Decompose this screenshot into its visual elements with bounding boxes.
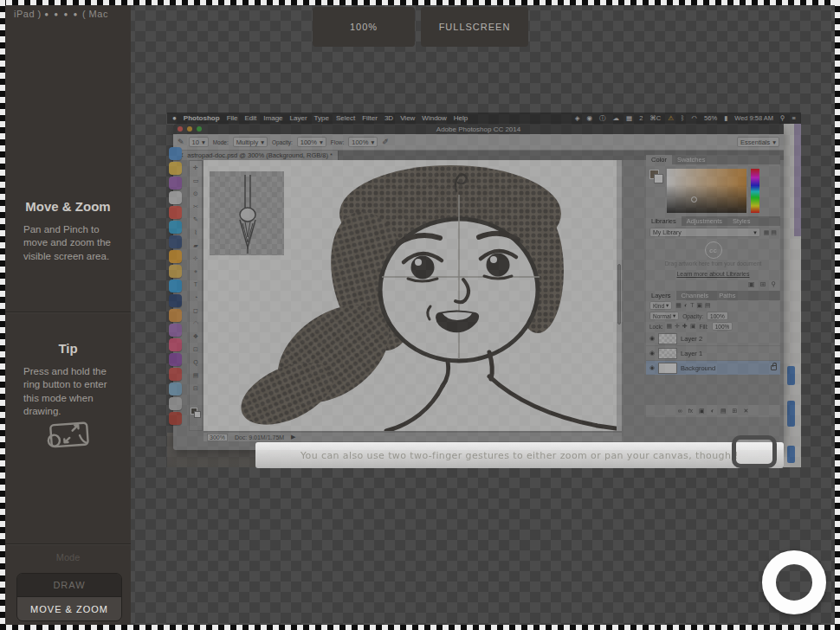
layer-filter-icon[interactable]: ◐ xyxy=(684,302,688,309)
dock-app-icon[interactable] xyxy=(169,191,182,204)
menu-status-icon[interactable]: ◠ xyxy=(692,114,698,123)
tab-swatches[interactable]: Swatches xyxy=(672,155,711,164)
lock-option-icon[interactable]: ✚ xyxy=(682,323,688,330)
menu-status-icon[interactable]: ⚠ xyxy=(668,114,674,123)
menu-item[interactable]: Photoshop xyxy=(184,114,220,122)
document-tab[interactable]: ✕ astropad-doc.psd @ 300% (Background, R… xyxy=(173,151,339,160)
layer-filter-icon[interactable]: ▦ xyxy=(675,302,682,309)
menu-status-icon[interactable]: ⓘ xyxy=(599,114,606,123)
dock-app-icon[interactable] xyxy=(169,324,182,337)
menu-status-icon[interactable]: ⚲ xyxy=(780,114,785,123)
move-zoom-mode-button[interactable]: MOVE & ZOOM xyxy=(17,597,121,620)
tab-libraries[interactable]: Libraries xyxy=(646,216,682,226)
tool-icon[interactable]: ⊹ xyxy=(193,252,198,265)
layer-visibility-icon[interactable]: ◉ xyxy=(649,350,655,357)
menu-status-icon[interactable]: ᛒ xyxy=(681,114,685,123)
layer-filter-icon[interactable]: ▤ xyxy=(705,302,711,309)
menu-item[interactable]: Window xyxy=(422,114,446,122)
canvas-scrollbar[interactable] xyxy=(617,160,622,431)
tab-adjustments[interactable]: Adjustments xyxy=(682,216,727,226)
airbrush-icon[interactable]: ✐ xyxy=(382,138,389,146)
menu-status-icon[interactable]: ▮ xyxy=(724,114,727,123)
dock-app-icon[interactable] xyxy=(169,294,182,307)
library-action-icon[interactable]: ⊞ xyxy=(759,280,766,288)
menu-status-icon[interactable]: ◉ xyxy=(587,114,593,123)
tab-paths[interactable]: Paths xyxy=(714,291,740,300)
menu-status-icon[interactable]: ◈ xyxy=(575,114,580,123)
dock-app-icon[interactable] xyxy=(169,309,182,322)
lock-option-icon[interactable]: ✛ xyxy=(675,323,680,330)
status-arrow-icon[interactable]: ▶ xyxy=(291,434,295,440)
document-canvas[interactable] xyxy=(204,160,622,431)
dock-app-icon[interactable] xyxy=(169,353,182,366)
tool-icon[interactable]: T xyxy=(194,278,197,291)
menu-status-icon[interactable]: ⌘C xyxy=(649,114,661,123)
tool-icon[interactable]: ⊟ xyxy=(193,382,198,395)
tool-icon[interactable]: ▰ xyxy=(193,239,197,252)
tab-color[interactable]: Color xyxy=(646,155,672,164)
tool-icon[interactable]: Q xyxy=(193,356,197,369)
scrollbar-thumb[interactable] xyxy=(617,264,621,325)
apple-menu-icon[interactable]: ● xyxy=(172,114,177,122)
draw-mode-button[interactable]: DRAW xyxy=(17,574,121,597)
lock-option-icon[interactable]: ▦ xyxy=(667,323,673,330)
layer-filter-icon[interactable]: ▣ xyxy=(696,302,702,309)
layer-action-icon[interactable]: ▤ xyxy=(720,408,727,415)
opacity-dropdown[interactable]: 100% ▾ xyxy=(297,137,326,147)
layer-action-icon[interactable]: ◐ xyxy=(711,408,714,415)
tool-icon[interactable]: ◔ xyxy=(194,291,197,304)
color-cursor-icon[interactable] xyxy=(691,196,697,202)
workspace-switcher[interactable]: Essentials ▾ xyxy=(737,137,779,147)
menu-status-icon[interactable]: ≡ xyxy=(792,114,796,123)
tool-icon[interactable]: ⌖ xyxy=(194,265,197,278)
menu-item[interactable]: Help xyxy=(454,114,468,122)
layer-visibility-icon[interactable]: ◉ xyxy=(649,335,655,342)
ring-button[interactable] xyxy=(762,550,826,614)
menu-item[interactable]: Select xyxy=(336,114,355,122)
layer-action-icon[interactable]: ✕ xyxy=(743,408,748,415)
layer-action-icon[interactable]: ▣ xyxy=(699,408,705,415)
layers-opacity-field[interactable]: 100% xyxy=(707,312,728,320)
fullscreen-button[interactable]: FULLSCREEN xyxy=(421,7,528,47)
menu-status-icon[interactable]: Wed 9:58 AM xyxy=(734,114,773,123)
background-color[interactable] xyxy=(194,411,201,418)
menu-status-icon[interactable]: ▦ xyxy=(626,114,632,123)
zoom-level-field[interactable]: 300% xyxy=(207,434,228,441)
layer-action-icon[interactable]: ∞ xyxy=(678,408,682,415)
flow-dropdown[interactable]: 100% ▾ xyxy=(348,137,378,147)
tab-layers[interactable]: Layers xyxy=(646,291,676,300)
foreground-background-swatch[interactable] xyxy=(649,170,663,183)
photoshop-window[interactable]: Adobe Photoshop CC 2014 ✎ 10 ▾ Mode: Mul… xyxy=(173,124,784,450)
kind-filter-dropdown[interactable]: Kind ▾ xyxy=(649,301,672,310)
dock-app-icon[interactable] xyxy=(169,221,182,234)
tool-icon[interactable]: ◻ xyxy=(193,304,198,317)
tool-icon[interactable]: ✂ xyxy=(193,200,198,213)
tab-styles[interactable]: Styles xyxy=(727,216,755,226)
tool-icon[interactable]: ⊡ xyxy=(193,343,198,356)
dock-app-icon[interactable] xyxy=(169,177,182,190)
zoom-100-button[interactable]: 100% xyxy=(313,7,415,47)
mirrored-mac-screen[interactable]: ● PhotoshopFileEditImageLayerTypeSelectF… xyxy=(167,112,801,467)
hue-slider[interactable] xyxy=(751,169,759,213)
tool-icon[interactable]: ✎ xyxy=(193,213,198,226)
tool-icon[interactable]: ⊙ xyxy=(193,187,198,200)
dock-app-icon[interactable] xyxy=(169,265,182,278)
dock-app-icon[interactable] xyxy=(169,280,182,292)
layer-row[interactable]: ◉ Layer 2 xyxy=(646,331,780,346)
menu-item[interactable]: Layer xyxy=(290,114,307,122)
menu-item[interactable]: Type xyxy=(314,114,329,122)
learn-more-link[interactable]: Learn more about Libraries xyxy=(653,271,773,277)
fill-field[interactable]: 100% xyxy=(712,322,733,331)
dock-app-icon[interactable] xyxy=(169,147,182,160)
tool-icon[interactable]: ❖ xyxy=(193,330,198,343)
dock-app-icon[interactable] xyxy=(169,412,182,425)
layers-blend-mode-dropdown[interactable]: Normal ▾ xyxy=(649,312,679,320)
blend-mode-dropdown[interactable]: Multiply ▾ xyxy=(233,137,268,147)
menu-item[interactable]: Edit xyxy=(245,114,257,122)
brush-size-dropdown[interactable]: 10 ▾ xyxy=(189,137,209,147)
layer-row[interactable]: ◉ Layer 1 xyxy=(646,346,780,361)
lock-option-icon[interactable]: ▣ xyxy=(690,323,696,330)
tool-icon[interactable]: ◠ xyxy=(193,317,198,330)
menu-item[interactable]: Filter xyxy=(362,114,378,122)
library-view-icons[interactable]: ▦ ▤ xyxy=(764,229,777,236)
